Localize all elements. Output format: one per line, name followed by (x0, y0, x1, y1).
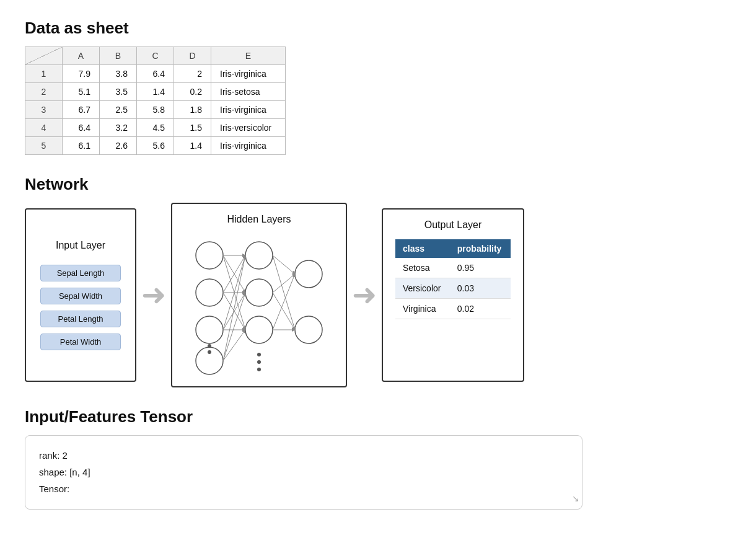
input-node-petal-length: Petal Length (40, 311, 121, 327)
corner-header (25, 47, 63, 65)
svg-line-22 (223, 293, 245, 361)
output-col-probability: probability (450, 239, 511, 258)
cell-d: 1.4 (174, 137, 211, 155)
svg-point-10 (295, 260, 322, 288)
svg-line-24 (273, 255, 295, 274)
col-header-b: B (100, 47, 137, 65)
output-row: Versicolor 0.03 (395, 278, 511, 299)
svg-point-2 (196, 316, 223, 343)
network-container: Input Layer Sepal Length Sepal Width Pet… (25, 203, 731, 387)
cell-e: Iris-setosa (211, 83, 286, 101)
cell-a: 5.1 (63, 83, 100, 101)
input-layer-title: Input Layer (56, 240, 105, 251)
output-class: Setosa (395, 258, 450, 278)
svg-line-28 (273, 274, 295, 330)
output-layer-title: Output Layer (424, 219, 482, 231)
cell-b: 2.5 (100, 101, 137, 119)
arrow-hidden-to-output: ➜ (347, 280, 382, 310)
cell-d: 1.8 (174, 101, 211, 119)
input-nodes-list: Sepal Length Sepal Width Petal Length Pe… (40, 265, 121, 350)
right-arrow-icon: ➜ (141, 280, 166, 310)
cell-c: 5.8 (137, 101, 174, 119)
tensor-box: rank: 2 shape: [n, 4] Tensor: ↘ (25, 435, 582, 510)
col-header-e: E (211, 47, 286, 65)
cell-c: 5.6 (137, 137, 174, 155)
output-table: class probability Setosa 0.95 Versicolor… (395, 239, 511, 319)
table-row: 3 6.7 2.5 5.8 1.8 Iris-virginica (25, 101, 286, 119)
hidden-layer-title: Hidden Layers (227, 214, 291, 225)
cell-c: 4.5 (137, 119, 174, 137)
row-number: 5 (25, 137, 63, 155)
cell-c: 1.4 (137, 83, 174, 101)
output-col-class: class (395, 239, 450, 258)
svg-point-4 (245, 242, 273, 269)
cell-b: 2.6 (100, 137, 137, 155)
tensor-line-2: shape: [n, 4] (39, 464, 568, 480)
input-node-petal-width: Petal Width (40, 334, 121, 350)
svg-point-8 (257, 360, 261, 364)
table-row: 1 7.9 3.8 6.4 2 Iris-virginica (25, 65, 286, 83)
hidden-layer-box: Hidden Layers (171, 203, 347, 387)
svg-point-1 (196, 279, 223, 306)
input-layer-box: Input Layer Sepal Length Sepal Width Pet… (25, 208, 136, 382)
svg-line-26 (273, 274, 295, 293)
cell-e: Iris-virginica (211, 137, 286, 155)
output-row: Virginica 0.02 (395, 299, 511, 319)
network-section: Network Input Layer Sepal Length Sepal W… (25, 175, 731, 387)
cell-e: Iris-virginica (211, 65, 286, 83)
tensor-line-3: Tensor: (39, 480, 568, 497)
output-probability: 0.02 (450, 299, 511, 319)
svg-point-0 (196, 242, 223, 269)
cell-d: 0.2 (174, 83, 211, 101)
right-arrow-icon-2: ➜ (352, 280, 377, 310)
output-probability: 0.95 (450, 258, 511, 278)
table-row: 5 6.1 2.6 5.6 1.4 Iris-virginica (25, 137, 286, 155)
table-row: 4 6.4 3.2 4.5 1.5 Iris-versicolor (25, 119, 286, 137)
cell-a: 7.9 (63, 65, 100, 83)
data-sheet-section: Data as sheet A B C D E 1 7.9 3.8 6.4 2 … (25, 19, 731, 155)
cell-e: Iris-versicolor (211, 119, 286, 137)
tensor-section: Input/Features Tensor rank: 2 shape: [n,… (25, 407, 731, 510)
cell-b: 3.2 (100, 119, 137, 137)
data-sheet-title: Data as sheet (25, 19, 731, 38)
input-node-sepal-width: Sepal Width (40, 288, 121, 304)
network-title: Network (25, 175, 731, 194)
svg-point-5 (245, 279, 273, 306)
row-number: 4 (25, 119, 63, 137)
col-header-a: A (63, 47, 100, 65)
cell-d: 1.5 (174, 119, 211, 137)
svg-line-27 (273, 293, 295, 330)
row-number: 1 (25, 65, 63, 83)
svg-point-6 (245, 316, 273, 343)
table-row: 2 5.1 3.5 1.4 0.2 Iris-setosa (25, 83, 286, 101)
cell-b: 3.8 (100, 65, 137, 83)
tensor-title: Input/Features Tensor (25, 407, 731, 426)
cell-a: 6.1 (63, 137, 100, 155)
output-layer-box: Output Layer class probability Setosa 0.… (382, 208, 524, 382)
input-node-sepal-length: Sepal Length (40, 265, 121, 281)
tensor-line-1: rank: 2 (39, 447, 568, 464)
output-row: Setosa 0.95 (395, 258, 511, 278)
cell-c: 6.4 (137, 65, 174, 83)
svg-point-11 (295, 316, 322, 343)
svg-point-9 (257, 368, 261, 371)
arrow-input-to-hidden: ➜ (136, 280, 171, 310)
cell-a: 6.7 (63, 101, 100, 119)
output-class: Virginica (395, 299, 450, 319)
output-class: Versicolor (395, 278, 450, 299)
svg-point-31 (208, 350, 211, 354)
spreadsheet-table: A B C D E 1 7.9 3.8 6.4 2 Iris-virginica… (25, 46, 286, 155)
col-header-d: D (174, 47, 211, 65)
hidden-network-diagram (185, 234, 333, 376)
row-number: 3 (25, 101, 63, 119)
svg-line-25 (273, 255, 295, 330)
output-probability: 0.03 (450, 278, 511, 299)
cell-b: 3.5 (100, 83, 137, 101)
svg-point-30 (208, 344, 211, 348)
cell-d: 2 (174, 65, 211, 83)
cell-a: 6.4 (63, 119, 100, 137)
resize-handle-icon: ↘ (572, 491, 579, 506)
col-header-c: C (137, 47, 174, 65)
svg-point-7 (257, 353, 261, 356)
cell-e: Iris-virginica (211, 101, 286, 119)
